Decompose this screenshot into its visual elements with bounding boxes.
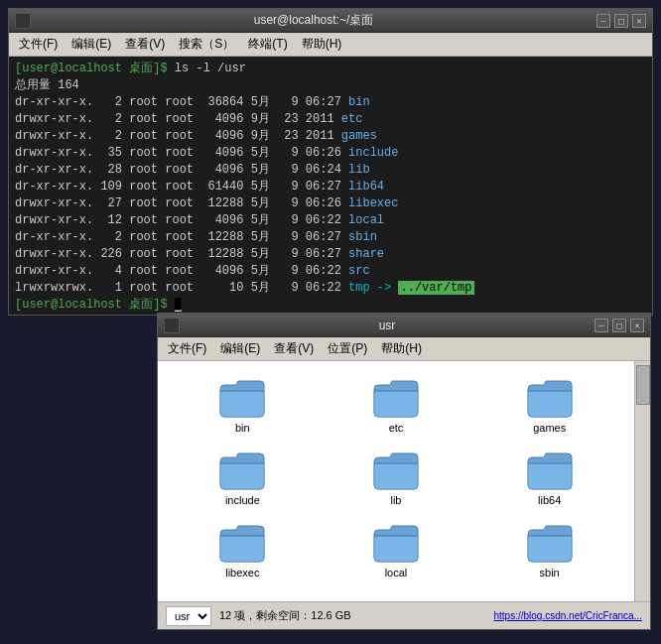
filemanager-window: usr — □ ✕ 文件(F) 编辑(E) 查看(V) 位置(P) 帮助(H)	[157, 313, 651, 630]
terminal-line-12: drwxr-xr-x. 226 root root 12288 5月 9 06:…	[15, 246, 646, 263]
fm-status-info: 12 项，剩余空间：12.6 GB	[219, 608, 351, 623]
fm-scrollbar[interactable]	[634, 361, 650, 601]
terminal-window-controls: — □ ✕	[596, 14, 646, 28]
terminal-window: user@localhost:~/桌面 — □ ✕ 文件(F) 编辑(E) 查看…	[8, 8, 653, 316]
terminal-menu-search[interactable]: 搜索（S）	[173, 34, 240, 55]
terminal-maximize-btn[interactable]: □	[614, 14, 628, 28]
folder-etc-icon	[372, 377, 420, 419]
folder-bin-label: bin	[235, 422, 250, 434]
fm-menubar: 文件(F) 编辑(E) 查看(V) 位置(P) 帮助(H)	[158, 337, 650, 361]
fm-scrollbar-thumb[interactable]	[636, 365, 650, 405]
fm-minimize-btn[interactable]: —	[595, 319, 608, 332]
folder-libexec-icon	[218, 522, 266, 564]
terminal-line-3: dr-xr-xr-x. 2 root root 36864 5月 9 06:27…	[15, 94, 646, 111]
folder-local[interactable]: local	[324, 518, 469, 582]
folder-lib-label: lib	[390, 494, 401, 506]
terminal-menu-view[interactable]: 查看(V)	[119, 34, 171, 55]
terminal-menu-edit[interactable]: 编辑(E)	[66, 34, 117, 55]
fm-status-link[interactable]: https://blog.csdn.net/CricFranca...	[493, 610, 642, 621]
terminal-line-11: dr-xr-xr-x. 2 root root 12288 5月 9 06:27…	[15, 229, 646, 246]
folder-local-label: local	[385, 567, 408, 579]
fm-body-wrapper: bin etc	[158, 361, 650, 601]
terminal-line-8: dr-xr-xr-x. 109 root root 61440 5月 9 06:…	[15, 179, 646, 195]
folder-bin-icon	[218, 377, 266, 419]
fm-menu-position[interactable]: 位置(P)	[322, 338, 373, 359]
fm-body: bin etc	[158, 361, 634, 601]
folder-include[interactable]: include	[170, 446, 316, 510]
terminal-line-4: drwxr-xr-x. 2 root root 4096 9月 23 2011 …	[15, 111, 646, 128]
fm-app-icon	[164, 318, 180, 333]
terminal-title: user@localhost:~/桌面	[31, 12, 596, 29]
terminal-menu-help[interactable]: 帮助(H)	[296, 34, 348, 55]
fm-title: usr	[180, 319, 595, 332]
fm-location-select[interactable]: usr	[166, 606, 211, 626]
terminal-menu-file[interactable]: 文件(F)	[13, 34, 64, 55]
fm-menu-view[interactable]: 查看(V)	[268, 338, 320, 359]
fm-titlebar: usr — □ ✕	[158, 314, 650, 337]
terminal-titlebar: user@localhost:~/桌面 — □ ✕	[9, 9, 652, 33]
terminal-line-13: drwxr-xr-x. 4 root root 4096 5月 9 06:22 …	[15, 263, 646, 280]
fm-menu-help[interactable]: 帮助(H)	[375, 338, 428, 359]
folder-sbin-icon	[526, 522, 574, 564]
terminal-minimize-btn[interactable]: —	[596, 14, 610, 28]
fm-window-controls: — □ ✕	[595, 319, 644, 332]
terminal-close-btn[interactable]: ✕	[632, 14, 646, 28]
fm-menu-file[interactable]: 文件(F)	[162, 338, 212, 359]
folder-include-icon	[218, 450, 266, 491]
folder-lib64-label: lib64	[538, 494, 561, 506]
terminal-line-2: 总用量 164	[15, 77, 646, 94]
terminal-line-15: [user@localhost 桌面]$ █	[15, 297, 646, 314]
folder-games[interactable]: games	[476, 373, 622, 438]
folder-libexec[interactable]: libexec	[170, 518, 316, 582]
folder-lib64-icon	[526, 450, 574, 491]
terminal-menu-terminal[interactable]: 终端(T)	[242, 34, 293, 55]
terminal-line-1: [user@localhost 桌面]$ ls -l /usr	[15, 61, 646, 77]
terminal-line-5: drwxr-xr-x. 2 root root 4096 9月 23 2011 …	[15, 128, 646, 145]
terminal-app-icon	[15, 13, 31, 29]
folder-sbin[interactable]: sbin	[476, 518, 622, 582]
folder-sbin-label: sbin	[540, 567, 560, 579]
fm-location: usr	[166, 606, 211, 626]
folder-libexec-label: libexec	[225, 567, 259, 579]
fm-close-btn[interactable]: ✕	[630, 319, 644, 332]
terminal-line-7: dr-xr-xr-x. 28 root root 4096 5月 9 06:24…	[15, 162, 646, 179]
folder-include-label: include	[225, 494, 260, 506]
folder-bin[interactable]: bin	[170, 373, 316, 438]
folder-games-icon	[526, 377, 574, 419]
folder-etc[interactable]: etc	[324, 373, 469, 438]
folder-lib-icon	[372, 450, 420, 491]
terminal-line-6: drwxr-xr-x. 35 root root 4096 5月 9 06:26…	[15, 145, 646, 162]
folder-etc-label: etc	[389, 422, 404, 434]
fm-maximize-btn[interactable]: □	[612, 319, 626, 332]
folder-games-label: games	[533, 422, 566, 434]
fm-menu-edit[interactable]: 编辑(E)	[214, 338, 266, 359]
folder-lib[interactable]: lib	[324, 446, 469, 510]
terminal-line-14: lrwxrwxrwx. 1 root root 10 5月 9 06:22 tm…	[15, 280, 646, 297]
terminal-line-10: drwxr-xr-x. 12 root root 4096 5月 9 06:22…	[15, 212, 646, 229]
terminal-line-9: drwxr-xr-x. 27 root root 12288 5月 9 06:2…	[15, 195, 646, 212]
fm-statusbar: usr 12 项，剩余空间：12.6 GB https://blog.csdn.…	[158, 601, 650, 629]
terminal-menubar: 文件(F) 编辑(E) 查看(V) 搜索（S） 终端(T) 帮助(H)	[9, 33, 652, 57]
folder-lib64[interactable]: lib64	[476, 446, 622, 510]
folder-local-icon	[372, 522, 420, 564]
terminal-body[interactable]: [user@localhost 桌面]$ ls -l /usr 总用量 164 …	[9, 57, 652, 315]
